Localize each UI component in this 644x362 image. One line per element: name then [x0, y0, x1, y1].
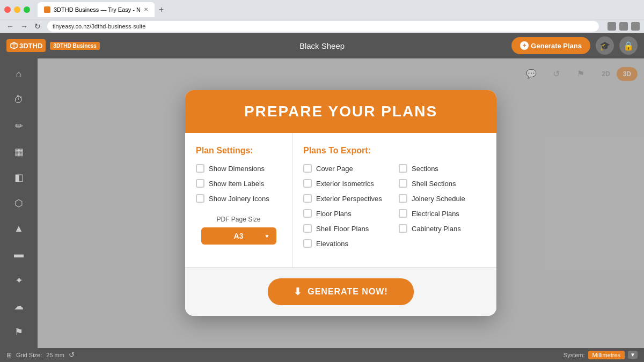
sidebar-item-environment[interactable]: ☁ — [7, 294, 31, 318]
show-dimensions-label[interactable]: Show Dimensions — [209, 165, 265, 173]
extension-icon-1 — [608, 22, 616, 31]
sidebar-item-objects[interactable]: ⬡ — [7, 191, 31, 215]
exterior-perspectives-row: Exterior Perspectives — [303, 194, 390, 203]
cover-page-row: Cover Page — [303, 164, 390, 173]
sidebar-item-lighting[interactable]: ✦ — [7, 269, 31, 292]
close-window-btn[interactable] — [4, 6, 11, 13]
floor-plans-row: Floor Plans — [303, 209, 390, 218]
modal-footer: ⬇ GENERATE NOW! — [185, 267, 496, 316]
show-item-labels-label[interactable]: Show Item Labels — [209, 180, 264, 188]
plans-grid: Cover Page Exterior Isometrics Exterior … — [303, 164, 486, 254]
show-dimensions-row: Show Dimensions — [196, 164, 281, 173]
exterior-isometrics-checkbox[interactable] — [303, 179, 312, 188]
extension-icon-3 — [631, 22, 640, 31]
sidebar-item-bookmark[interactable]: ⚑ — [7, 320, 31, 344]
browser-chrome: 3DTHD Business — Try Easy - N ✕ + — [0, 0, 644, 19]
modal-left-panel: Plan Settings: Show Dimensions Show Item… — [185, 133, 292, 267]
sidebar-item-furniture[interactable]: ▬ — [7, 243, 31, 267]
help-button[interactable]: 🎓 — [596, 36, 614, 55]
back-btn[interactable]: ← — [4, 21, 16, 32]
generate-now-label: GENERATE NOW! — [308, 287, 388, 297]
joinery-schedule-label[interactable]: Joinery Schedule — [412, 195, 465, 203]
sidebar-item-floorplan[interactable]: ▦ — [7, 140, 31, 164]
generate-plans-button[interactable]: + Generate Plans — [511, 37, 590, 54]
header-right: + Generate Plans 🎓 🔒 — [511, 36, 638, 55]
joinery-schedule-row: Joinery Schedule — [399, 194, 486, 203]
tab-bar: 3DTHD Business — Try Easy - N ✕ + — [38, 2, 640, 17]
plans-left-col: Cover Page Exterior Isometrics Exterior … — [303, 164, 390, 254]
show-item-labels-row: Show Item Labels — [196, 179, 281, 188]
window-controls — [4, 6, 30, 13]
sidebar-item-edit[interactable]: ✏ — [7, 114, 31, 138]
refresh-btn[interactable]: ↻ — [32, 21, 43, 32]
sidebar-item-stairs[interactable]: ▲ — [7, 217, 31, 241]
floor-plans-label[interactable]: Floor Plans — [316, 210, 352, 218]
show-joinery-icons-row: Show Joinery Icons — [196, 194, 281, 203]
grid-label: Grid Size: — [16, 352, 42, 358]
electrical-plans-checkbox[interactable] — [399, 209, 407, 218]
cabinetry-plans-row: Cabinetry Plans — [399, 224, 486, 233]
show-dimensions-checkbox[interactable] — [196, 164, 204, 173]
modal-body: Plan Settings: Show Dimensions Show Item… — [185, 133, 496, 267]
elevations-label[interactable]: Elevations — [316, 240, 348, 248]
exterior-isometrics-label[interactable]: Exterior Isometrics — [316, 180, 374, 188]
address-field[interactable]: tinyeasy.co.nz/3dthd-business-suite — [47, 21, 599, 32]
cover-page-checkbox[interactable] — [303, 164, 312, 173]
browser-tab[interactable]: 3DTHD Business — Try Easy - N ✕ — [38, 2, 155, 17]
logo-text: 3DTHD — [19, 42, 42, 50]
main-area: ⌂ ⏱ ✏ ▦ ◧ ⬡ ▲ ▬ ✦ ☁ ⚑ 💬 ↺ ⚑ 2D 3D — [0, 58, 644, 348]
elevations-checkbox[interactable] — [303, 239, 312, 248]
canvas-area: 💬 ↺ ⚑ 2D 3D PREPARE YOUR PLANS — [38, 58, 644, 348]
forward-btn[interactable]: → — [18, 21, 30, 32]
system-label: System: — [564, 352, 585, 358]
logo-area: 3DTHD 3DTHD Business — [6, 39, 100, 52]
sidebar-item-walls[interactable]: ◧ — [7, 166, 31, 189]
new-tab-btn[interactable]: + — [157, 5, 166, 14]
shell-floor-plans-label[interactable]: Shell Floor Plans — [316, 225, 369, 233]
shell-floor-plans-checkbox[interactable] — [303, 224, 312, 233]
sidebar-item-history[interactable]: ⏱ — [7, 88, 31, 112]
cabinetry-plans-checkbox[interactable] — [399, 224, 407, 233]
modal-overlay: PREPARE YOUR PLANS Plan Settings: Show D… — [38, 58, 644, 348]
plus-icon: + — [520, 41, 529, 50]
elevations-row: Elevations — [303, 239, 390, 248]
cover-page-label[interactable]: Cover Page — [316, 165, 353, 173]
minimize-window-btn[interactable] — [14, 6, 20, 13]
exterior-perspectives-label[interactable]: Exterior Perspectives — [316, 195, 382, 203]
extension-icon-2 — [619, 22, 628, 31]
cabinetry-plans-label[interactable]: Cabinetry Plans — [412, 225, 461, 233]
shell-floor-plans-row: Shell Floor Plans — [303, 224, 390, 233]
reset-btn[interactable]: ↺ — [69, 351, 75, 359]
exterior-perspectives-checkbox[interactable] — [303, 194, 312, 203]
sections-row: Sections — [399, 164, 486, 173]
show-item-labels-checkbox[interactable] — [196, 179, 204, 188]
show-joinery-icons-checkbox[interactable] — [196, 194, 204, 203]
lock-button[interactable]: 🔒 — [619, 36, 638, 55]
exterior-isometrics-row: Exterior Isometrics — [303, 179, 390, 188]
generate-now-button[interactable]: ⬇ GENERATE NOW! — [268, 278, 414, 305]
shell-sections-checkbox[interactable] — [399, 179, 407, 188]
system-unit-badge: Millimetres — [588, 351, 625, 359]
project-name: Black Sheep — [299, 41, 345, 50]
grid-icon: ⊞ — [6, 351, 12, 359]
prepare-plans-modal: PREPARE YOUR PLANS Plan Settings: Show D… — [185, 90, 496, 316]
address-bar: ← → ↻ tinyeasy.co.nz/3dthd-business-suit… — [0, 19, 644, 33]
download-icon: ⬇ — [294, 286, 302, 298]
shell-sections-label[interactable]: Shell Sections — [412, 180, 456, 188]
maximize-window-btn[interactable] — [24, 6, 30, 13]
tab-close-btn[interactable]: ✕ — [144, 6, 148, 12]
sections-checkbox[interactable] — [399, 164, 407, 173]
electrical-plans-label[interactable]: Electrical Plans — [412, 210, 459, 218]
floor-plans-checkbox[interactable] — [303, 209, 312, 218]
sections-label[interactable]: Sections — [412, 165, 438, 173]
app-header: 3DTHD 3DTHD Business Black Sheep + Gener… — [0, 33, 644, 58]
system-dropdown-btn[interactable]: ▼ — [628, 351, 638, 359]
pdf-size-label: PDF Page Size — [196, 216, 281, 223]
grid-value: 25 mm — [46, 352, 64, 358]
show-joinery-icons-label[interactable]: Show Joinery Icons — [209, 195, 269, 203]
plans-to-export-title: Plans To Export: — [303, 146, 486, 156]
sidebar-item-home[interactable]: ⌂ — [7, 63, 31, 86]
plan-settings-title: Plan Settings: — [196, 146, 281, 156]
pdf-size-dropdown[interactable]: A3 A4 A1 A2 — [201, 227, 276, 245]
joinery-schedule-checkbox[interactable] — [399, 194, 407, 203]
